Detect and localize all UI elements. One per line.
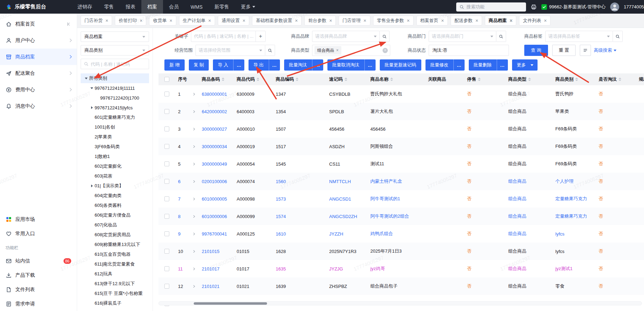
- sidebar-item[interactable]: 商品档案: [0, 49, 77, 65]
- column-header-name[interactable]: 商品名称: [368, 76, 425, 82]
- clear-icon[interactable]: ×: [383, 48, 388, 53]
- toolbar-button[interactable]: 批量修改…: [425, 59, 465, 71]
- sort-icon[interactable]: [478, 78, 481, 81]
- avatar[interactable]: [610, 2, 619, 12]
- row-checkbox[interactable]: [164, 249, 169, 254]
- tab-item[interactable]: 前台参数×: [304, 16, 336, 26]
- sort-icon[interactable]: [528, 78, 531, 81]
- tree-node[interactable]: 605|各类酱料: [81, 201, 149, 210]
- cell-barcode[interactable]: 6420000002: [199, 109, 234, 114]
- horizontal-scrollbar[interactable]: [158, 301, 642, 305]
- column-header-obsolete[interactable]: 是否淘汰: [596, 76, 636, 82]
- row-checkbox[interactable]: [164, 144, 169, 149]
- more-options-icon[interactable]: …: [364, 59, 376, 71]
- close-icon[interactable]: ×: [140, 18, 142, 23]
- sort-icon[interactable]: [222, 78, 224, 81]
- toolbar-button[interactable]: 批量更新速记码: [380, 59, 421, 71]
- tab-item[interactable]: 配送参数×: [451, 16, 482, 26]
- cell-barcode[interactable]: 2101015: [199, 249, 234, 254]
- tree-node[interactable]: 99767122420|1700: [81, 93, 149, 103]
- tree-node[interactable]: 3|F69条码类: [81, 142, 149, 152]
- sidebar-item[interactable]: 消息中心: [0, 98, 77, 114]
- close-icon[interactable]: ×: [441, 18, 444, 23]
- remove-tag-icon[interactable]: ×: [336, 48, 339, 53]
- printer-icon[interactable]: [531, 4, 537, 10]
- close-icon[interactable]: ×: [169, 18, 172, 23]
- toolbar-button[interactable]: 导 出…: [249, 59, 280, 71]
- reset-button[interactable]: 重 置: [552, 45, 576, 56]
- topbar-menu-item[interactable]: 新零售: [208, 0, 235, 14]
- tab-item[interactable]: 零售业务参数×: [373, 16, 414, 26]
- tab-item[interactable]: 收货单×: [149, 16, 176, 26]
- tree-node[interactable]: 613|饼干12.9元以下: [81, 279, 149, 289]
- scope-search-button[interactable]: [265, 45, 275, 56]
- caret-collapsed-icon[interactable]: [89, 185, 95, 187]
- sidebar-item[interactable]: 费用中心: [0, 81, 77, 98]
- sidebar-item[interactable]: 常用入口: [0, 226, 77, 241]
- expand-row-icon[interactable]: [192, 110, 195, 113]
- tree-node[interactable]: 1001|名创: [81, 122, 149, 132]
- toolbar-button[interactable]: 复 制: [189, 59, 209, 71]
- cell-barcode[interactable]: 6010000005: [199, 196, 234, 202]
- topbar-menu-item[interactable]: WMS: [185, 0, 208, 14]
- tree-node[interactable]: 603|花茶: [81, 171, 149, 181]
- tree-node[interactable]: 612|玩具: [81, 269, 149, 279]
- expand-row-icon[interactable]: [192, 215, 195, 218]
- close-icon[interactable]: ×: [295, 18, 298, 23]
- tree-node[interactable]: 99767122415|lyfcs: [81, 103, 149, 113]
- column-header-code[interactable]: 商品代码: [234, 76, 273, 82]
- sort-icon[interactable]: [296, 78, 298, 81]
- expand-row-icon[interactable]: [192, 250, 195, 253]
- tab-item[interactable]: 价签打印×: [115, 16, 146, 26]
- row-checkbox[interactable]: [164, 92, 169, 96]
- close-icon[interactable]: ×: [105, 18, 108, 23]
- more-options-icon[interactable]: …: [497, 59, 508, 71]
- row-checkbox[interactable]: [164, 196, 169, 201]
- toolbar-button[interactable]: 批量淘汰…: [284, 59, 323, 71]
- select-all-checkbox[interactable]: [164, 77, 169, 82]
- cell-barcode[interactable]: 6380000001: [199, 92, 234, 97]
- row-checkbox[interactable]: [164, 266, 169, 271]
- cell-barcode[interactable]: 3000000027: [199, 126, 234, 132]
- global-search[interactable]: [456, 2, 526, 12]
- close-icon[interactable]: ×: [243, 18, 245, 23]
- sidebar-item[interactable]: 应用市场: [0, 212, 77, 226]
- tree-node[interactable]: 01|【演示类】: [81, 181, 149, 191]
- row-checkbox[interactable]: [164, 161, 169, 166]
- topbar-menu-item[interactable]: 报表: [120, 0, 141, 14]
- close-icon[interactable]: ×: [510, 18, 512, 23]
- archive-type-select[interactable]: 商品档案: [81, 31, 149, 42]
- row-checkbox[interactable]: [164, 179, 169, 184]
- tab-item[interactable]: 通用设置×: [218, 16, 249, 26]
- tree-node[interactable]: 602|定量膨化: [81, 161, 149, 171]
- tree-node[interactable]: 604|定量肉类: [81, 191, 149, 201]
- keyword-input[interactable]: 代码 | 条码 | 速记码 | 名称 | ... +: [191, 31, 266, 42]
- department-select[interactable]: 请选择商品部门: [429, 31, 496, 42]
- expand-row-icon[interactable]: [192, 268, 195, 270]
- tag-select[interactable]: 请选择商品标签: [545, 31, 613, 42]
- toolbar-button[interactable]: 更多: [512, 59, 538, 71]
- column-header-mnemonic[interactable]: 速记码: [326, 76, 368, 82]
- category-search[interactable]: [81, 59, 149, 69]
- tab-item[interactable]: 门店补货×: [81, 16, 112, 26]
- more-options-icon[interactable]: …: [233, 59, 244, 71]
- toolbar-button[interactable]: 导 入…: [213, 59, 244, 71]
- toolbar-button[interactable]: 批量取消淘汰…: [327, 59, 376, 71]
- cell-barcode[interactable]: 3000000049: [199, 161, 234, 167]
- more-options-icon[interactable]: …: [453, 59, 465, 71]
- caret-expanded-icon[interactable]: [89, 87, 95, 89]
- sidebar-item[interactable]: 档案首页: [0, 16, 77, 32]
- status-select[interactable]: 淘汰:否: [429, 45, 509, 56]
- tree-node[interactable]: 所有类别: [81, 73, 149, 83]
- tab-item[interactable]: 门店管理×: [339, 16, 370, 26]
- global-search-input[interactable]: [466, 4, 523, 9]
- tab-item[interactable]: 生产计划单×: [179, 16, 215, 26]
- expand-row-icon[interactable]: [192, 128, 195, 130]
- more-options-icon[interactable]: …: [269, 59, 280, 71]
- category-search-input[interactable]: [91, 62, 146, 67]
- sort-icon[interactable]: [575, 78, 578, 81]
- tree-node[interactable]: 610|五金百货电器: [81, 249, 149, 259]
- expand-row-icon[interactable]: [192, 180, 195, 183]
- row-checkbox[interactable]: [164, 231, 169, 236]
- expand-row-icon[interactable]: [192, 93, 195, 95]
